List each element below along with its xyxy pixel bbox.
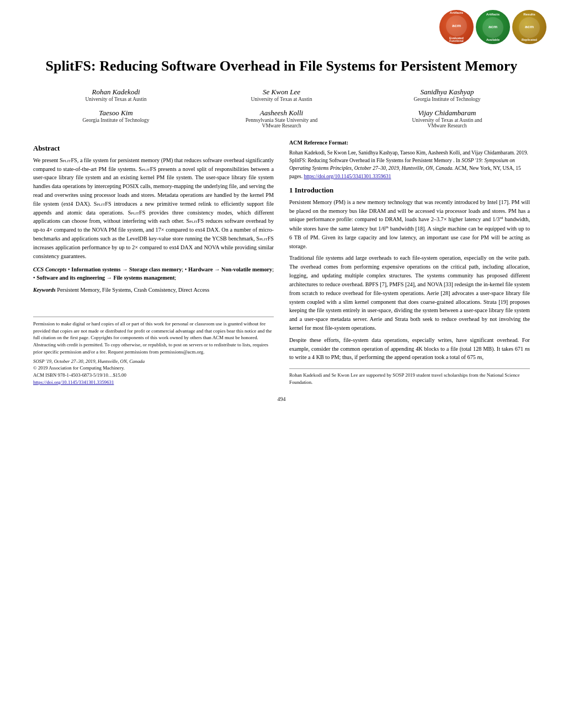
author-2-name: Se Kwon Lee [199, 88, 364, 97]
author-3: Sanidhya Kashyap Georgia Institute of Te… [364, 88, 530, 102]
author-6: Vijay Chidambaram University of Texas at… [364, 109, 530, 129]
badges-container: Artifacts acm Evaluated Functional Artif… [439, 10, 546, 44]
intro-para-3: Despite these efforts, file-system data … [289, 336, 530, 362]
main-title: SplitFS: Reducing Software Overhead in F… [33, 57, 530, 76]
author-3-affil: Georgia Institute of Technology [364, 97, 530, 102]
acm-ref-text: Rohan Kadekodi, Se Kwon Lee, Sanidhya Ka… [289, 149, 530, 180]
ccs-text: CCS Concepts • Information systems → Sto… [33, 265, 274, 283]
page-number: 494 [33, 396, 530, 402]
authors-grid: Rohan Kadekodi University of Texas at Au… [33, 88, 530, 129]
title-section: SplitFS: Reducing Software Overhead in F… [33, 57, 530, 76]
author-4: Taesoo Kim Georgia Institute of Technolo… [33, 109, 199, 129]
footnote-permission: Permission to make digital or hard copie… [33, 320, 274, 356]
author-1: Rohan Kadekodi University of Texas at Au… [33, 88, 199, 102]
two-column-layout: Abstract We present SplitFS, a file syst… [33, 138, 530, 386]
author-6-name: Vijay Chidambaram [364, 109, 530, 117]
author-4-name: Taesoo Kim [33, 109, 199, 117]
acm-reference: ACM Reference Format: Rohan Kadekodi, Se… [289, 138, 530, 180]
abstract-heading: Abstract [33, 144, 274, 153]
author-4-affil: Georgia Institute of Technology [33, 117, 199, 123]
author-5: Aasheesh Kolli Pennsylvania State Univer… [199, 109, 364, 129]
page: Artifacts acm Evaluated Functional Artif… [0, 0, 563, 728]
right-column: ACM Reference Format: Rohan Kadekodi, Se… [289, 138, 530, 386]
footnote-doi-left[interactable]: https://doi.org/10.1145/3341301.3359631 [33, 379, 274, 386]
keywords-text: Keywords Persistent Memory, File Systems… [33, 286, 274, 295]
intro-para-1: Persistent Memory (PM) is a new memory t… [289, 198, 530, 251]
intro-heading: 1 Introduction [289, 186, 530, 195]
footnote-copyright: © 2019 Association for Computing Machine… [33, 365, 274, 372]
footnote-left: Permission to make digital or hard copie… [33, 317, 274, 386]
intro-para-2: Traditional file systems add large overh… [289, 254, 530, 332]
author-5-affil: Pennsylvania State University andVMware … [199, 117, 364, 129]
footnote-right: Rohan Kadekodi and Se Kwon Lee are suppo… [289, 368, 530, 386]
badge-evaluated: Artifacts acm Evaluated Functional [439, 10, 474, 44]
doi-link[interactable]: https://doi.org/10.1145/3341301.3359631 [304, 174, 391, 179]
author-2-affil: University of Texas at Austin [199, 97, 364, 102]
badge-replicated: Results acm Replicated [512, 10, 546, 44]
footnote-right-text: Rohan Kadekodi and Se Kwon Lee are suppo… [289, 372, 530, 386]
author-2: Se Kwon Lee University of Texas at Austi… [199, 88, 364, 102]
author-5-name: Aasheesh Kolli [199, 109, 364, 117]
acm-ref-heading: ACM Reference Format: [289, 138, 530, 147]
footnote-venue: SOSP '19, October 27–30, 2019, Huntsvill… [33, 358, 274, 365]
badge-available: Artifacts acm Available [476, 10, 510, 44]
footnote-isbn: ACM ISBN 978-1-4503-6873-5/19/10…$15.00 [33, 372, 274, 379]
abstract-text: We present SplitFS, a file system for pe… [33, 156, 274, 261]
author-1-name: Rohan Kadekodi [33, 88, 199, 97]
author-1-affil: University of Texas at Austin [33, 97, 199, 102]
author-6-affil: University of Texas at Austin andVMware … [364, 117, 530, 129]
left-column: Abstract We present SplitFS, a file syst… [33, 138, 274, 386]
author-3-name: Sanidhya Kashyap [364, 88, 530, 97]
